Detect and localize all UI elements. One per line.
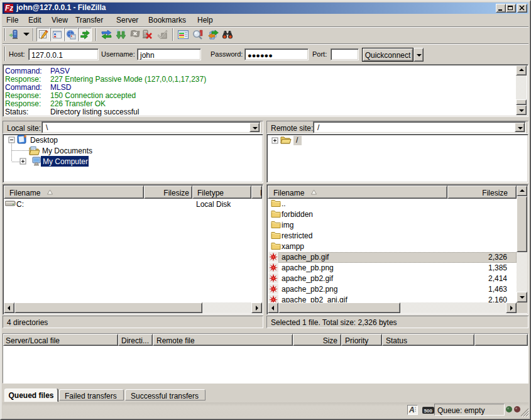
svg-text:Fz: Fz	[5, 4, 13, 13]
svg-text:apache_pb2_ani.gif: apache_pb2_ani.gif	[282, 296, 348, 303]
svg-text:2,160: 2,160	[488, 296, 507, 303]
svg-text:forbidden: forbidden	[282, 210, 313, 219]
svg-text:Desktop: Desktop	[30, 136, 58, 145]
svg-text:img: img	[282, 221, 293, 229]
svg-text:A: A	[408, 406, 415, 414]
svg-text:1,385: 1,385	[488, 263, 507, 272]
svg-text:apache_pb2.png: apache_pb2.png	[282, 285, 337, 294]
svg-text:restricted: restricted	[282, 231, 312, 240]
svg-text:apache_pb.png: apache_pb.png	[282, 263, 334, 272]
svg-text:..: ..	[282, 199, 286, 208]
svg-text:500: 500	[424, 408, 433, 414]
svg-text:apache_pb.gif: apache_pb.gif	[282, 253, 329, 262]
svg-text:2,326: 2,326	[488, 253, 507, 262]
svg-text:My Documents: My Documents	[42, 146, 92, 155]
svg-text:1,463: 1,463	[488, 285, 507, 294]
svg-text:My Computer: My Computer	[43, 157, 88, 166]
svg-text:2,414: 2,414	[488, 274, 507, 283]
svg-text:apache_pb2.gif: apache_pb2.gif	[282, 274, 334, 283]
svg-text:xampp: xampp	[282, 242, 304, 251]
